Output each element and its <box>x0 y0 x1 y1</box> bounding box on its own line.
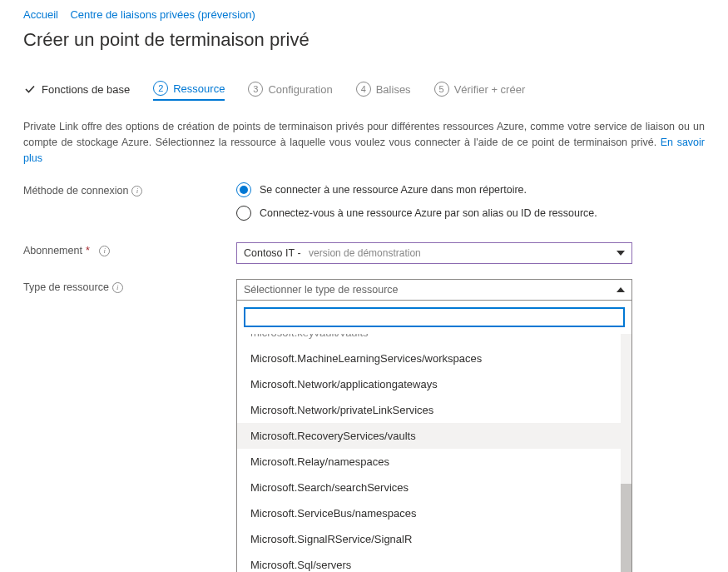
breadcrumb-center[interactable]: Centre de liaisons privées (préversion) <box>70 8 255 21</box>
radio-icon <box>236 182 251 197</box>
resource-type-select[interactable]: Sélectionner le type de ressource <box>236 279 632 301</box>
dropdown-item[interactable]: Microsoft.Network/privateLinkServices <box>237 397 631 423</box>
dropdown-search-input[interactable] <box>244 307 625 327</box>
dropdown-item[interactable]: Microsoft.RecoveryServices/vaults <box>237 423 631 449</box>
scrollbar-thumb[interactable] <box>621 484 631 572</box>
dropdown-item[interactable]: Microsoft.Sql/servers <box>237 552 631 572</box>
tab-basics[interactable]: Fonctions de base <box>23 82 130 99</box>
tab-configuration[interactable]: 3 Configuration <box>248 82 332 100</box>
breadcrumb-home[interactable]: Accueil <box>23 8 58 21</box>
select-placeholder: Sélectionner le type de ressource <box>244 284 399 296</box>
dropdown-item[interactable]: Microsoft.Network/applicationgateways <box>237 371 631 397</box>
radio-connect-alias[interactable]: Connectez-vous à une ressource Azure par… <box>236 206 632 221</box>
tab-review-create[interactable]: 5 Vérifier + créer <box>434 82 526 100</box>
radio-label: Se connecter à une ressource Azure dans … <box>260 184 527 196</box>
step-number-icon: 2 <box>153 81 168 96</box>
dropdown-item[interactable]: microsoft.keyvault/vaults <box>237 334 631 346</box>
subscription-select[interactable]: Contoso IT - version de démonstration <box>236 242 632 264</box>
radio-label: Connectez-vous à une ressource Azure par… <box>260 207 597 219</box>
tab-label: Vérifier + créer <box>454 83 526 96</box>
dropdown-item[interactable]: Microsoft.Search/searchServices <box>237 475 631 500</box>
check-icon <box>23 82 37 96</box>
label-resource-type: Type de ressource i <box>23 279 236 293</box>
tab-label: Balises <box>376 83 411 96</box>
label-connection-method: Méthode de connexion i <box>23 182 236 196</box>
info-icon[interactable]: i <box>131 186 142 196</box>
radio-icon <box>236 206 251 221</box>
step-number-icon: 4 <box>356 82 371 97</box>
info-icon[interactable]: i <box>99 246 110 256</box>
info-icon[interactable]: i <box>112 282 123 293</box>
resource-type-dropdown: microsoft.keyvault/vaults Microsoft.Mach… <box>236 300 632 572</box>
breadcrumb: Accueil Centre de liaisons privées (prév… <box>23 8 705 21</box>
tab-label: Ressource <box>173 82 225 95</box>
tab-label: Configuration <box>268 83 332 96</box>
label-subscription: Abonnement * i <box>23 242 236 256</box>
tab-resource[interactable]: 2 Ressource <box>153 81 225 101</box>
select-value: Contoso IT - <box>244 247 301 259</box>
dropdown-item[interactable]: Microsoft.Relay/namespaces <box>237 449 631 475</box>
dropdown-item[interactable]: Microsoft.ServiceBus/namespaces <box>237 500 631 526</box>
chevron-down-icon <box>617 251 625 256</box>
scrollbar-track[interactable] <box>621 334 631 572</box>
radio-connect-directory[interactable]: Se connecter à une ressource Azure dans … <box>236 182 632 197</box>
step-number-icon: 3 <box>248 82 263 97</box>
description-text: Private Link offre des options de créati… <box>23 119 705 166</box>
page-title: Créer un point de terminaison privé <box>23 29 705 51</box>
dropdown-item[interactable]: Microsoft.SignalRService/SignalR <box>237 526 631 552</box>
tab-label: Fonctions de base <box>42 83 130 96</box>
select-value-detail: version de démonstration <box>309 247 421 259</box>
tab-tags[interactable]: 4 Balises <box>356 82 411 100</box>
wizard-tabs: Fonctions de base 2 Ressource 3 Configur… <box>23 81 705 101</box>
dropdown-item[interactable]: Microsoft.MachineLearningServices/worksp… <box>237 346 631 371</box>
chevron-up-icon <box>617 287 625 292</box>
connection-method-radio-group: Se connecter à une ressource Azure dans … <box>236 182 632 221</box>
step-number-icon: 5 <box>434 82 449 97</box>
